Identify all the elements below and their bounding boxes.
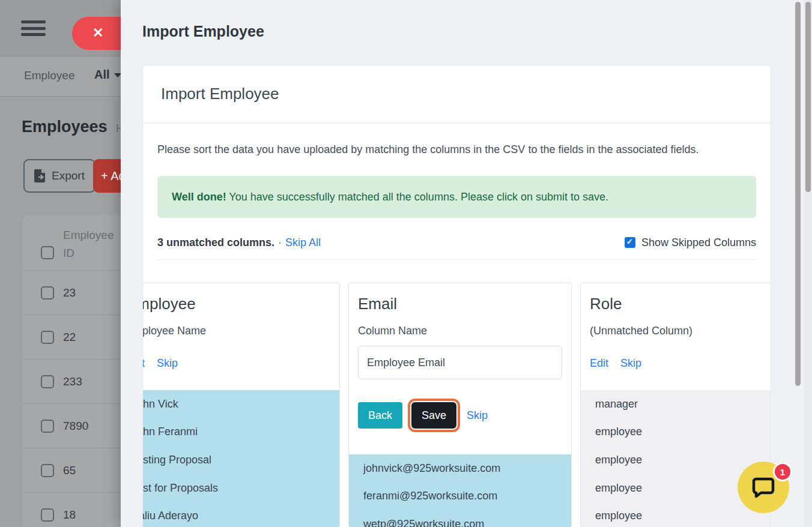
breadcrumb: Home xyxy=(116,122,121,135)
back-button[interactable]: Back xyxy=(358,402,402,429)
filter-dropdown[interactable]: All xyxy=(94,68,121,82)
row-checkbox[interactable] xyxy=(41,464,54,477)
action-highlight-ring: Save xyxy=(408,399,460,432)
show-skipped-label: Show Skipped Columns xyxy=(641,236,756,249)
import-employee-modal: Import Employee Import Employee Please s… xyxy=(121,0,804,527)
column-name-input[interactable] xyxy=(358,346,562,379)
chat-bubble-icon xyxy=(751,475,776,499)
success-alert: Well done! You have successfully matched… xyxy=(157,176,756,218)
column-value: wetp@925worksuite.com xyxy=(349,510,571,527)
table-row: 23 xyxy=(23,271,121,315)
export-icon xyxy=(34,169,46,182)
column-mapping-row: Employee Employee Name Edit Skip John Vi… xyxy=(143,283,771,527)
row-checkbox[interactable] xyxy=(41,375,54,388)
column-value: John Feranmi xyxy=(143,418,339,447)
column-values-list: John VickJohn FeranmiTesting ProposalTes… xyxy=(143,390,339,527)
row-checkbox[interactable] xyxy=(41,420,54,433)
close-button[interactable] xyxy=(72,17,121,50)
column-header-employee-id: Employee ID xyxy=(63,226,114,262)
table-row: 18 xyxy=(23,493,121,527)
column-value: manager xyxy=(581,390,771,418)
column-name-label: Column Name xyxy=(358,325,562,337)
import-card-header: Import Employee xyxy=(143,65,771,124)
edit-link[interactable]: Edit xyxy=(590,357,608,369)
cell-value: 23 xyxy=(63,286,76,300)
select-all-checkbox[interactable] xyxy=(41,246,54,259)
window-scrollbar-thumb[interactable] xyxy=(805,2,811,192)
skip-link[interactable]: Skip xyxy=(620,357,641,369)
table-header: Employee ID xyxy=(23,215,121,271)
table-body: 232223378906518 xyxy=(23,271,121,527)
filter-bar: Employee All xyxy=(0,56,121,97)
background-page: Employee All Employees Home Export + Add… xyxy=(0,0,121,527)
divider xyxy=(157,259,756,260)
column-card-employee: Employee Employee Name Edit Skip John Vi… xyxy=(143,283,340,527)
table-row: 65 xyxy=(23,448,121,493)
row-checkbox[interactable] xyxy=(41,508,54,522)
export-button[interactable]: Export xyxy=(23,159,95,193)
column-value: Test for Proposals xyxy=(143,474,339,502)
cell-value: 233 xyxy=(63,375,82,388)
unmatched-label: (Unmatched Column) xyxy=(590,325,771,337)
edit-link[interactable]: Edit xyxy=(143,357,145,369)
column-value: Testing Proposal xyxy=(143,446,339,474)
show-skipped-checkbox[interactable] xyxy=(625,237,635,248)
matched-field-name: Employee Name xyxy=(143,325,330,337)
export-label: Export xyxy=(52,169,85,182)
cell-value: 65 xyxy=(63,464,76,477)
instructions-text: Please sort the data you have uploaded b… xyxy=(157,139,725,160)
column-card-email: Email Column Name Back Save Skip johnvic… xyxy=(348,283,572,527)
alert-bold-text: Well done! xyxy=(172,191,226,203)
table-row: 22 xyxy=(23,315,121,360)
page-title: Employees xyxy=(22,118,108,136)
cell-value: 18 xyxy=(63,508,76,522)
cell-value: 7890 xyxy=(63,420,88,433)
employees-table: Employee ID 232223378906518 xyxy=(23,215,121,527)
column-title: Role xyxy=(590,293,771,315)
column-values-list: johnvick@925worksuite.comferanmi@925work… xyxy=(349,454,571,527)
skip-all-link[interactable]: Skip All xyxy=(285,236,321,248)
unmatched-summary: 3 unmatched columns.·Skip All xyxy=(157,236,321,249)
row-checkbox[interactable] xyxy=(41,331,54,344)
column-title: Employee xyxy=(143,293,330,315)
column-value: employee xyxy=(581,502,771,527)
skip-link[interactable]: Skip xyxy=(467,409,488,422)
column-value: Saliu Aderayo xyxy=(143,502,339,527)
table-row: 233 xyxy=(23,360,121,404)
add-employee-button[interactable]: + Add Employee xyxy=(93,159,121,193)
hamburger-menu-icon[interactable] xyxy=(21,20,46,36)
notification-badge: 1 xyxy=(773,462,792,481)
column-value: johnvick@925worksuite.com xyxy=(349,454,571,483)
column-value: employee xyxy=(581,446,771,474)
column-title: Email xyxy=(358,293,562,315)
modal-title: Import Employee xyxy=(142,23,264,40)
chevron-down-icon xyxy=(114,73,121,77)
modal-scrollbar-thumb[interactable] xyxy=(795,2,801,386)
column-value: feranmi@925worksuite.com xyxy=(349,483,571,511)
table-row: 7890 xyxy=(23,404,121,448)
save-button[interactable]: Save xyxy=(411,402,456,429)
import-card: Import Employee Please sort the data you… xyxy=(142,65,771,527)
column-value: employee xyxy=(581,418,771,447)
column-value: John Vick xyxy=(143,390,339,418)
column-values-list: manageremployeeemployeeemployeeemployee xyxy=(581,390,771,527)
alert-text: You have successfully matched all the co… xyxy=(226,191,608,203)
filter-label: Employee xyxy=(24,69,75,82)
row-checkbox[interactable] xyxy=(41,286,54,300)
cell-value: 22 xyxy=(63,331,76,344)
top-navbar xyxy=(0,0,121,56)
skip-link[interactable]: Skip xyxy=(157,357,178,369)
window-scrollbar[interactable] xyxy=(804,0,812,527)
